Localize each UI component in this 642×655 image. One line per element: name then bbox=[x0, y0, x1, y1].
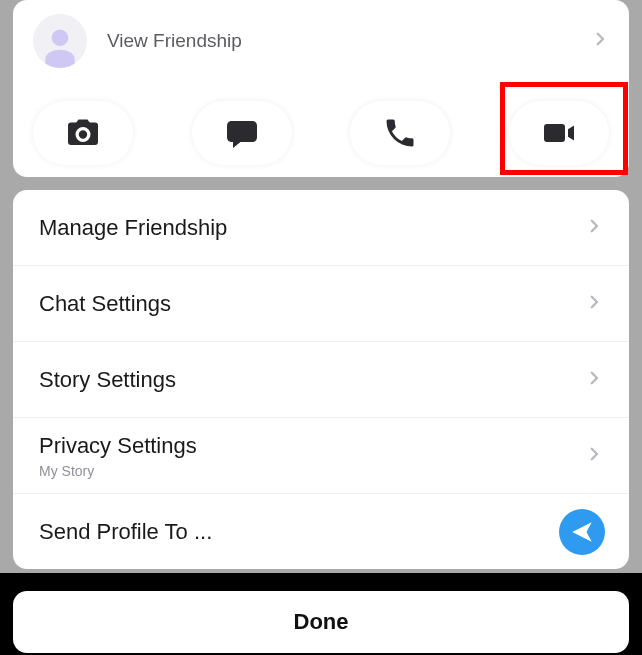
video-call-button[interactable] bbox=[509, 101, 609, 165]
view-friendship-row[interactable]: View Friendship bbox=[33, 16, 609, 66]
manage-friendship-row[interactable]: Manage Friendship bbox=[13, 190, 629, 266]
send-icon bbox=[569, 519, 595, 545]
done-label: Done bbox=[294, 609, 349, 635]
send-profile-row[interactable]: Send Profile To ... bbox=[13, 494, 629, 569]
story-settings-label: Story Settings bbox=[39, 367, 176, 393]
camera-button[interactable] bbox=[33, 101, 133, 165]
chat-button[interactable] bbox=[192, 101, 292, 165]
settings-card: Manage Friendship Chat Settings Story Se… bbox=[13, 190, 629, 569]
story-settings-row[interactable]: Story Settings bbox=[13, 342, 629, 418]
call-button[interactable] bbox=[350, 101, 450, 165]
person-silhouette-icon bbox=[38, 24, 82, 68]
chat-icon bbox=[224, 115, 260, 151]
privacy-settings-sub: My Story bbox=[39, 463, 197, 479]
privacy-settings-row[interactable]: Privacy Settings My Story bbox=[13, 418, 629, 494]
profile-top-card: View Friendship bbox=[13, 0, 629, 177]
send-button[interactable] bbox=[559, 509, 605, 555]
action-row bbox=[33, 101, 609, 165]
chevron-right-icon bbox=[585, 217, 603, 239]
chevron-right-icon bbox=[591, 30, 609, 52]
video-icon bbox=[541, 115, 577, 151]
avatar bbox=[33, 14, 87, 68]
chat-settings-label: Chat Settings bbox=[39, 291, 171, 317]
chevron-right-icon bbox=[585, 369, 603, 391]
done-button[interactable]: Done bbox=[13, 591, 629, 653]
manage-friendship-label: Manage Friendship bbox=[39, 215, 227, 241]
send-profile-label: Send Profile To ... bbox=[39, 519, 212, 545]
chat-settings-row[interactable]: Chat Settings bbox=[13, 266, 629, 342]
privacy-settings-label: Privacy Settings bbox=[39, 433, 197, 459]
chevron-right-icon bbox=[585, 445, 603, 467]
camera-icon bbox=[65, 115, 101, 151]
phone-icon bbox=[382, 115, 418, 151]
view-friendship-label: View Friendship bbox=[107, 30, 242, 52]
chevron-right-icon bbox=[585, 293, 603, 315]
